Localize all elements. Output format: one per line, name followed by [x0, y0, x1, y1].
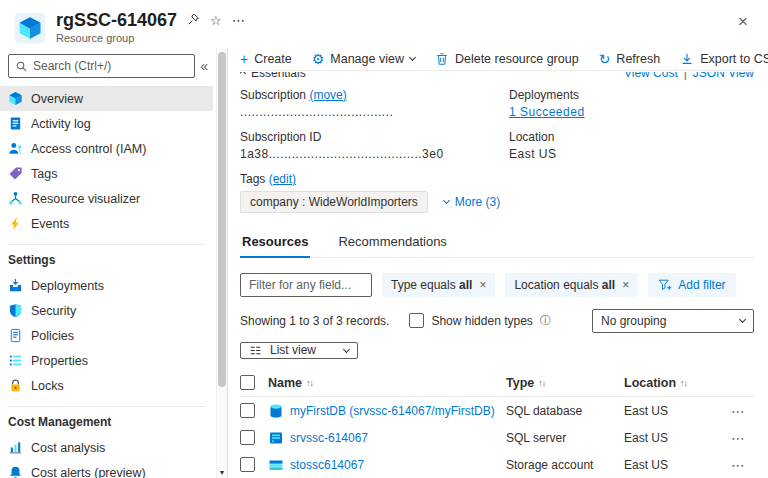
subscription-move-link[interactable]: (move) — [309, 88, 346, 102]
resource-link[interactable]: myFirstDB (srvssc-614067/myFirstDB) — [290, 404, 506, 418]
export-to-csv-button[interactable]: Export to CSV — [680, 52, 768, 66]
row-actions-icon[interactable]: ⋯ — [722, 430, 754, 446]
row-checkbox[interactable] — [240, 457, 255, 472]
pill-label: Type equals all — [391, 278, 472, 292]
azure-portal-blade: rgSSC-614067 ☆ ⋯ Resource group × — [0, 0, 768, 478]
essentials-toggle[interactable]: Essentials — [240, 72, 306, 80]
resources-table: Name↑↓ Type↑↓ Location↑↓ myFirstDB (srvs… — [240, 369, 754, 478]
column-header-location[interactable]: Location↑↓ — [624, 376, 722, 390]
view-cost-link[interactable]: View Cost — [624, 72, 678, 80]
sidebar-item-access-control[interactable]: Access control (IAM) — [0, 136, 213, 161]
activity-log-icon — [8, 116, 23, 131]
filter-input[interactable] — [240, 273, 372, 297]
scrollbar-thumb[interactable] — [218, 52, 226, 387]
sidebar-item-label: Deployments — [31, 279, 104, 293]
header-titles: rgSSC-614067 ☆ ⋯ Resource group — [56, 10, 245, 44]
overview-icon — [8, 91, 23, 106]
filter-pill-type[interactable]: Type equals all × — [382, 273, 495, 297]
sidebar-item-label: Locks — [31, 379, 64, 393]
deployments-succeeded-link[interactable]: 1 Succeeded — [509, 105, 585, 119]
pill-close-icon[interactable]: × — [479, 278, 486, 292]
deployments-icon — [8, 278, 23, 293]
page-title: rgSSC-614067 — [56, 10, 177, 31]
show-hidden-types-checkbox[interactable] — [409, 313, 424, 328]
cost-alerts-bell-icon — [8, 465, 23, 478]
filter-pill-location[interactable]: Location equals all × — [505, 273, 638, 297]
storage-account-icon — [268, 457, 284, 473]
sidebar-scrollbar[interactable]: ▼ — [216, 48, 227, 478]
header-more-icon[interactable]: ⋯ — [232, 14, 245, 27]
manage-view-button[interactable]: ⚙ Manage view — [312, 52, 415, 66]
sidebar-item-security[interactable]: Security — [0, 298, 213, 323]
properties-icon — [8, 353, 23, 368]
sidebar-item-cost-alerts[interactable]: Cost alerts (preview) — [0, 460, 213, 478]
sidebar-section-cost-management: Cost Management — [0, 407, 213, 435]
create-button[interactable]: + Create — [240, 52, 292, 66]
row-actions-icon[interactable]: ⋯ — [722, 457, 754, 473]
sidebar-collapse-button[interactable]: « — [197, 58, 211, 74]
download-icon — [680, 52, 694, 66]
blade-body: « Overview Activity log Access control (… — [0, 48, 768, 478]
sidebar-item-label: Resource visualizer — [31, 192, 140, 206]
sidebar-item-tags[interactable]: Tags — [0, 161, 213, 186]
sidebar-item-label: Access control (IAM) — [31, 142, 146, 156]
location-label: Location — [509, 130, 754, 144]
sidebar-item-policies[interactable]: Policies — [0, 323, 213, 348]
resource-type: Storage account — [506, 458, 624, 472]
close-icon[interactable]: × — [732, 10, 754, 34]
select-all-checkbox[interactable] — [240, 375, 255, 390]
create-label: Create — [254, 52, 292, 66]
column-header-name[interactable]: Name↑↓ — [268, 376, 506, 390]
resource-link[interactable]: srvssc-614067 — [290, 431, 506, 445]
row-actions-icon[interactable]: ⋯ — [722, 403, 754, 419]
delete-resource-group-button[interactable]: Delete resource group — [435, 52, 579, 66]
sidebar-item-overview[interactable]: Overview — [0, 86, 213, 111]
sidebar-item-activity-log[interactable]: Activity log — [0, 111, 213, 136]
tags-icon — [8, 166, 23, 181]
trash-icon — [435, 52, 449, 66]
search-icon — [15, 60, 28, 73]
chevron-down-icon — [443, 197, 450, 204]
sidebar-item-deployments[interactable]: Deployments — [0, 273, 213, 298]
grouping-dropdown[interactable]: No grouping — [592, 309, 754, 333]
subscription-label: Subscription — [240, 88, 306, 102]
json-view-link[interactable]: JSON View — [693, 72, 754, 80]
refresh-label: Refresh — [616, 52, 660, 66]
show-hidden-types-label: Show hidden types — [431, 314, 532, 328]
access-control-icon — [8, 141, 23, 156]
add-filter-button[interactable]: Add filter — [648, 273, 735, 297]
tags-more-link[interactable]: More (3) — [444, 195, 500, 209]
gear-icon: ⚙ — [312, 52, 325, 66]
row-checkbox[interactable] — [240, 403, 255, 418]
pill-close-icon[interactable]: × — [622, 278, 629, 292]
sidebar-item-cost-analysis[interactable]: Cost analysis — [0, 435, 213, 460]
sidebar-item-events[interactable]: Events — [0, 211, 213, 236]
sidebar-item-resource-visualizer[interactable]: Resource visualizer — [0, 186, 213, 211]
refresh-button[interactable]: ↻ Refresh — [599, 52, 661, 66]
tab-recommendations[interactable]: Recommendations — [336, 229, 448, 257]
records-row: Showing 1 to 3 of 3 records. Show hidden… — [240, 309, 754, 333]
tags-label: Tags — [240, 172, 265, 186]
subscription-id-value: 1a38....................................… — [240, 147, 493, 161]
view-dropdown[interactable]: List view — [240, 342, 358, 359]
sidebar-item-label: Cost analysis — [31, 441, 105, 455]
pin-icon[interactable] — [187, 13, 200, 28]
sidebar: « Overview Activity log Access control (… — [0, 48, 228, 478]
tab-resources[interactable]: Resources — [240, 229, 310, 258]
info-icon[interactable]: ⓘ — [540, 313, 551, 328]
row-checkbox[interactable] — [240, 430, 255, 445]
tags-edit-link[interactable]: (edit) — [269, 172, 296, 186]
tag-chip[interactable]: company : WideWorldImporters — [240, 191, 428, 213]
sidebar-item-properties[interactable]: Properties — [0, 348, 213, 373]
sidebar-item-locks[interactable]: Locks — [0, 373, 213, 398]
scrollbar-down-arrow-icon[interactable]: ▼ — [217, 469, 227, 476]
column-header-type[interactable]: Type↑↓ — [506, 376, 624, 390]
sidebar-item-label: Activity log — [31, 117, 91, 131]
field-subscription-id: Subscription ID 1a38....................… — [240, 130, 493, 161]
resource-link[interactable]: stossc614067 — [290, 458, 506, 472]
sql-database-icon — [268, 403, 284, 419]
favorite-star-icon[interactable]: ☆ — [210, 14, 222, 27]
sidebar-search-input[interactable] — [33, 59, 188, 73]
delete-label: Delete resource group — [455, 52, 579, 66]
sidebar-item-label: Cost alerts (preview) — [31, 466, 146, 478]
